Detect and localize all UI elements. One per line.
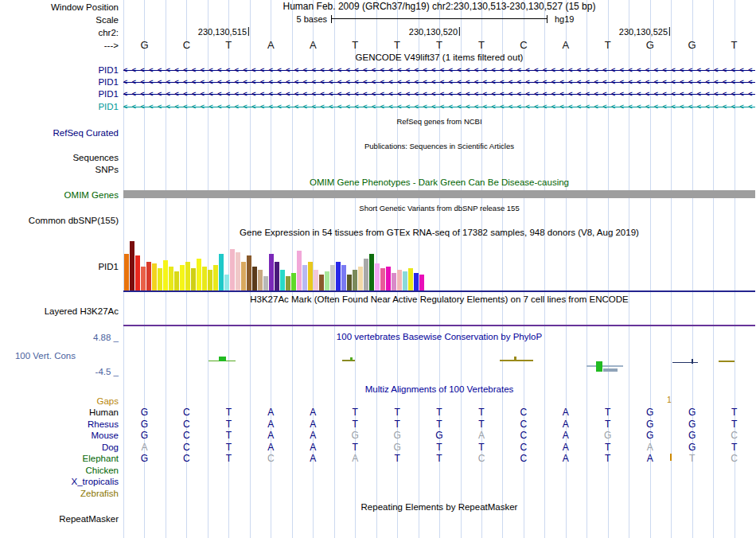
- base-letter: T: [376, 40, 419, 51]
- aligned-base: A: [292, 419, 334, 430]
- species-label-zebrafish[interactable]: Zebrafish: [0, 488, 121, 499]
- refseq-curated-label[interactable]: RefSeq Curated: [0, 127, 121, 138]
- species-label-x_tropicalis[interactable]: X_tropicalis: [0, 476, 121, 487]
- species-label-mouse[interactable]: Mouse: [0, 430, 121, 441]
- reverse-strand-arrows: <<<<<<<<<<<<<<<<<<<<<<<<<<<<<<<<<<<<<<<<…: [123, 88, 755, 99]
- gtex-tissue-bar: [202, 267, 207, 290]
- gtex-tissue-bar: [124, 254, 129, 290]
- gencode-transcript-line[interactable]: <<<<<<<<<<<<<<<<<<<<<<<<<<<<<<<<<<<<<<<<…: [123, 88, 755, 99]
- aligned-base: T: [208, 419, 250, 430]
- base-letter: T: [208, 40, 250, 51]
- gtex-tissue-bar: [414, 273, 419, 290]
- gencode-gene-label[interactable]: PID1: [0, 76, 121, 88]
- gtex-expression-bars[interactable]: [124, 241, 427, 290]
- gencode-transcript-line[interactable]: <<<<<<<<<<<<<<<<<<<<<<<<<<<<<<<<<<<<<<<<…: [123, 101, 755, 112]
- aligned-base: T: [461, 419, 503, 430]
- aligned-base: A: [250, 419, 292, 430]
- aligned-base: C: [713, 430, 755, 441]
- sequences-label[interactable]: Sequences: [0, 152, 121, 163]
- aligned-base: G: [629, 419, 671, 430]
- refseq-track-title[interactable]: RefSeq genes from NCBI: [123, 116, 755, 127]
- aligned-base: G: [376, 430, 419, 441]
- aligned-base: G: [629, 430, 671, 441]
- dbsnp-track-title[interactable]: Short Genetic Variants from dbSNP releas…: [123, 203, 755, 213]
- aligned-base: G: [123, 407, 166, 418]
- window-position-label: Window Position: [0, 2, 121, 13]
- base-letter: T: [713, 40, 755, 51]
- repeatmasker-track-title[interactable]: Repeating Elements by RepeatMasker: [123, 502, 755, 513]
- gtex-tissue-bar: [141, 267, 146, 290]
- reverse-strand-arrows: <<<<<<<<<<<<<<<<<<<<<<<<<<<<<<<<<<<<<<<<…: [123, 76, 755, 88]
- aligned-base: G: [586, 430, 629, 441]
- reverse-strand-arrows: <<<<<<<<<<<<<<<<<<<<<<<<<<<<<<<<<<<<<<<<…: [123, 101, 755, 112]
- base-letter: G: [629, 40, 671, 51]
- gaps-label[interactable]: Gaps: [0, 396, 121, 407]
- gtex-tissue-bar: [403, 271, 407, 290]
- gencode-transcript-line[interactable]: <<<<<<<<<<<<<<<<<<<<<<<<<<<<<<<<<<<<<<<<…: [123, 64, 755, 76]
- alignment-row-mouse: GCTAAGGGACAGGGC: [123, 430, 755, 441]
- gencode-gene-label[interactable]: PID1: [0, 64, 121, 76]
- gtex-tissue-bar: [135, 255, 140, 290]
- omim-gene-bar[interactable]: [123, 190, 755, 198]
- publications-track-title[interactable]: Publications: Sequences in Scientific Ar…: [123, 141, 755, 151]
- base-letter: T: [334, 40, 376, 51]
- omim-track-title[interactable]: OMIM Gene Phenotypes - Dark Green Can Be…: [123, 177, 755, 188]
- gtex-tissue-bar: [247, 255, 251, 290]
- gtex-tissue-bar: [219, 254, 224, 290]
- ruler-tick: 230,130,520: [409, 27, 460, 37]
- repeatmasker-label[interactable]: RepeatMasker: [0, 513, 121, 524]
- ruler-tick: 230,130,515: [198, 27, 249, 37]
- gtex-tissue-bar: [269, 254, 274, 290]
- gtex-tissue-bar: [236, 252, 240, 290]
- gtex-gene-label[interactable]: PID1: [0, 261, 121, 272]
- gtex-tissue-bar: [302, 265, 307, 290]
- gtex-tissue-bar: [341, 265, 346, 290]
- alignment-row-dog: ACTAATGTTCATAGT: [123, 442, 755, 453]
- species-label-human[interactable]: Human: [0, 407, 121, 418]
- species-label-dog[interactable]: Dog: [0, 442, 121, 453]
- gtex-track-title[interactable]: Gene Expression in 54 tissues from GTEx …: [123, 228, 755, 238]
- aligned-base: T: [334, 407, 376, 418]
- gtex-tissue-bar: [146, 262, 151, 290]
- ruler-tick: 230,130,525: [619, 27, 670, 37]
- h3k27ac-track-title[interactable]: H3K27Ac Mark (Often Found Near Active Re…: [123, 294, 755, 305]
- aligned-base: G: [671, 442, 713, 453]
- aligned-base: A: [250, 430, 292, 441]
- common-dbsnp-label[interactable]: Common dbSNP(155): [0, 215, 121, 226]
- snps-label[interactable]: SNPs: [0, 164, 121, 175]
- aligned-base: A: [461, 430, 503, 441]
- gencode-track-title[interactable]: GENCODE V49lift37 (1 items filtered out): [123, 53, 755, 63]
- species-label-rhesus[interactable]: Rhesus: [0, 419, 121, 430]
- gencode-transcript-line[interactable]: <<<<<<<<<<<<<<<<<<<<<<<<<<<<<<<<<<<<<<<<…: [123, 76, 755, 88]
- layered-h3k27ac-label[interactable]: Layered H3K27Ac: [0, 306, 121, 317]
- base-letter: A: [292, 40, 334, 51]
- phylop-mark: [219, 357, 226, 361]
- phylop-max-value: 4.88 _: [0, 332, 121, 343]
- gtex-tissue-bar: [191, 268, 196, 290]
- gencode-gene-label[interactable]: PID1: [0, 88, 121, 99]
- multiz-track-title[interactable]: Multiz Alignments of 100 Vertebrates: [123, 384, 755, 395]
- aligned-base: A: [334, 453, 376, 464]
- aligned-base: T: [419, 407, 461, 418]
- gtex-tissue-bar: [392, 273, 396, 290]
- base-position-ruler[interactable]: 230,130,515230,130,520230,130,525: [0, 27, 756, 37]
- species-label-elephant[interactable]: Elephant: [0, 453, 121, 464]
- aligned-base: C: [250, 453, 292, 464]
- gtex-tissue-bar: [275, 262, 279, 290]
- aligned-base: C: [502, 430, 544, 441]
- gtex-tissue-bar: [347, 275, 352, 290]
- vert-cons-label[interactable]: 100 Vert. Cons: [0, 350, 78, 361]
- alignment-row-rhesus: GCTAATTTTCATGGT: [123, 419, 755, 430]
- phylop-track-title[interactable]: 100 vertebrates Basewise Conservation by…: [123, 332, 755, 342]
- phylop-min-value: -4.5 _: [0, 366, 121, 377]
- species-label-chicken[interactable]: Chicken: [0, 465, 121, 476]
- aligned-base: A: [629, 453, 671, 464]
- dna-sequence-row: GCTAATTTTCATGGT: [123, 40, 755, 51]
- alignment-row-elephant: GCTCAATTCCATATC: [123, 453, 755, 464]
- omim-genes-label[interactable]: OMIM Genes: [0, 189, 121, 201]
- base-letter: G: [123, 40, 166, 51]
- ucsc-genome-browser-image: Window Position Human Feb. 2009 (GRCh37/…: [0, 0, 756, 538]
- gencode-gene-label[interactable]: PID1: [0, 101, 121, 112]
- aligned-base: G: [123, 419, 166, 430]
- aligned-base: C: [166, 430, 208, 441]
